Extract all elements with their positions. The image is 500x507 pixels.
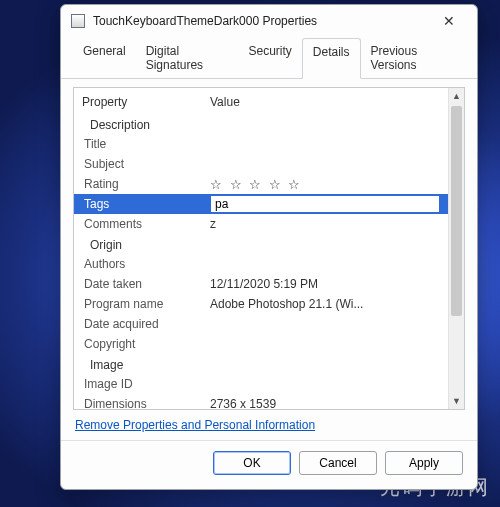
label-dimensions: Dimensions (84, 397, 210, 409)
row-date-acquired[interactable]: Date acquired (74, 314, 448, 334)
remove-properties-link[interactable]: Remove Properties and Personal Informati… (75, 418, 315, 432)
property-list: Property Value Description Title Subject… (73, 87, 465, 410)
row-copyright[interactable]: Copyright (74, 334, 448, 354)
row-title[interactable]: Title (74, 134, 448, 154)
row-tags[interactable]: Tags (74, 194, 448, 214)
scroll-down-button[interactable]: ▼ (449, 393, 464, 409)
header-value[interactable]: Value (210, 95, 440, 109)
row-image-id[interactable]: Image ID (74, 374, 448, 394)
label-tags: Tags (84, 197, 210, 211)
label-date-taken: Date taken (84, 277, 210, 291)
row-authors[interactable]: Authors (74, 254, 448, 274)
scroll-up-button[interactable]: ▲ (449, 88, 464, 104)
label-rating: Rating (84, 177, 210, 191)
label-authors: Authors (84, 257, 210, 271)
row-date-taken[interactable]: Date taken 12/11/2020 5:19 PM (74, 274, 448, 294)
details-body: Property Value Description Title Subject… (61, 79, 477, 436)
remove-properties-row: Remove Properties and Personal Informati… (73, 410, 465, 436)
dialog-buttons: OK Cancel Apply (61, 440, 477, 489)
value-dimensions: 2736 x 1539 (210, 397, 440, 409)
value-comments: z (210, 217, 440, 231)
scroll-thumb[interactable] (451, 106, 462, 316)
label-date-acquired: Date acquired (84, 317, 210, 331)
list-header: Property Value (74, 92, 448, 114)
window-icon (71, 14, 85, 28)
row-dimensions[interactable]: Dimensions 2736 x 1539 (74, 394, 448, 409)
label-program-name: Program name (84, 297, 210, 311)
group-description: Description (74, 114, 448, 134)
row-program-name[interactable]: Program name Adobe Photoshop 21.1 (Wi... (74, 294, 448, 314)
label-image-id: Image ID (84, 377, 210, 391)
rating-stars[interactable]: ☆ ☆ ☆ ☆ ☆ (210, 177, 440, 192)
window-title: TouchKeyboardThemeDark000 Properties (93, 14, 431, 28)
tags-input[interactable] (210, 195, 440, 213)
tab-previous-versions[interactable]: Previous Versions (361, 38, 466, 79)
value-date-taken: 12/11/2020 5:19 PM (210, 277, 440, 291)
label-subject: Subject (84, 157, 210, 171)
tab-security[interactable]: Security (238, 38, 301, 79)
properties-dialog: TouchKeyboardThemeDark000 Properties ✕ G… (60, 4, 478, 490)
ok-button[interactable]: OK (213, 451, 291, 475)
label-copyright: Copyright (84, 337, 210, 351)
apply-button[interactable]: Apply (385, 451, 463, 475)
tab-general[interactable]: General (73, 38, 136, 79)
tab-digital-signatures[interactable]: Digital Signatures (136, 38, 239, 79)
cancel-button[interactable]: Cancel (299, 451, 377, 475)
tab-strip: General Digital Signatures Security Deta… (61, 37, 477, 79)
value-program-name: Adobe Photoshop 21.1 (Wi... (210, 297, 440, 311)
group-origin: Origin (74, 234, 448, 254)
vertical-scrollbar[interactable]: ▲ ▼ (448, 88, 464, 409)
tab-details[interactable]: Details (302, 38, 361, 79)
label-title: Title (84, 137, 210, 151)
row-comments[interactable]: Comments z (74, 214, 448, 234)
group-image: Image (74, 354, 448, 374)
row-subject[interactable]: Subject (74, 154, 448, 174)
titlebar[interactable]: TouchKeyboardThemeDark000 Properties ✕ (61, 5, 477, 37)
header-property[interactable]: Property (82, 95, 210, 109)
close-button[interactable]: ✕ (431, 13, 467, 29)
property-list-inner: Property Value Description Title Subject… (74, 88, 448, 409)
label-comments: Comments (84, 217, 210, 231)
row-rating[interactable]: Rating ☆ ☆ ☆ ☆ ☆ (74, 174, 448, 194)
